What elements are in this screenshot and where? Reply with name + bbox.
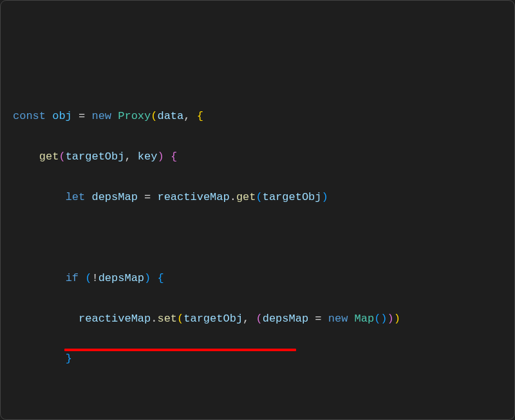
code-editor: const obj = new Proxy(data, { get(target… (13, 86, 502, 420)
code-line-7: } (13, 349, 502, 369)
code-line-2: get(targetObj, key) { (13, 147, 502, 167)
code-line-3: let depsMap = reactiveMap.get(targetObj) (13, 187, 502, 207)
highlight-underline (64, 349, 296, 351)
code-line-4 (13, 228, 502, 248)
code-line-1: const obj = new Proxy(data, { (13, 106, 502, 126)
code-line-5: if (!depsMap) { (13, 268, 502, 288)
code-line-8 (13, 389, 502, 409)
code-line-6: reactiveMap.set(targetObj, (depsMap = ne… (13, 309, 502, 329)
